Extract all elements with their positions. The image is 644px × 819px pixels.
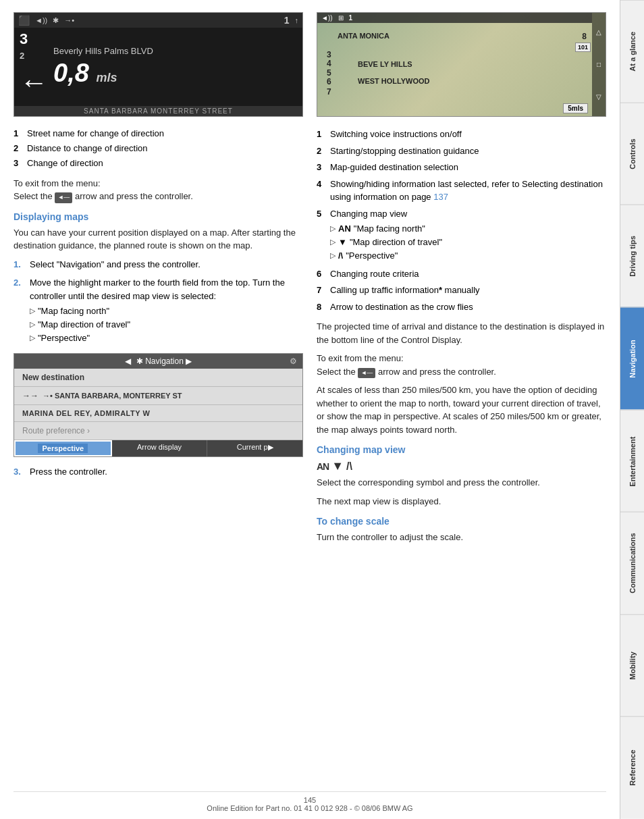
sidebar-tab-entertainment[interactable]: Entertainment [620, 410, 644, 512]
rs-label-hollywood: WEST HOLLYWOOD [358, 77, 430, 85]
page-footer: 145 Online Edition for Part no. 01 41 0 … [14, 791, 606, 812]
left-column: ⬛ ◄)) ✱ →• 1 ↑ 3 2 ← Be [14, 12, 303, 785]
rs-num-8: 8 [582, 32, 587, 41]
right-list-item-1: 1Switching voice instructions on/off [317, 128, 606, 141]
ls-distance: 0,8 mls [53, 59, 297, 88]
sidebar-tab-communications[interactable]: Communications [620, 512, 644, 614]
two-column-layout: ⬛ ◄)) ✱ →• 1 ↑ 3 2 ← Be [14, 12, 606, 785]
nav-menu-item-2[interactable]: MARINA DEL REY, ADMIRALTY W [14, 405, 302, 422]
item-num: 2 [14, 142, 23, 155]
rn: 4 [317, 178, 326, 204]
right-list-item-7: 7Calling up traffic information* manuall… [317, 284, 606, 297]
back-icon-inline: ◄— [55, 192, 72, 203]
sub-list-item: /\ "Perspective" [330, 250, 442, 262]
sub-list-item: "Map direction of travel" [30, 319, 303, 331]
item-num: 3 [14, 157, 23, 169]
changing-body-2: The next map view is displayed. [317, 495, 606, 508]
li-text: Move the highlight marker to the fourth … [30, 278, 285, 301]
page-link[interactable]: 137 [433, 192, 448, 202]
ls-unit: mls [96, 71, 117, 84]
ls-footer: SANTA BARBARA MONTERREY STREET [14, 106, 302, 116]
item-text: Distance to change of direction [27, 142, 148, 155]
rn-text: Changing route criteria [330, 267, 419, 281]
sidebar: At a glance Controls Driving tips Naviga… [620, 0, 644, 819]
right-list-item-5: 5 Changing map view AN "Map facing north… [317, 207, 606, 264]
copyright-text: Online Edition for Part no. 01 41 0 012 … [207, 804, 412, 812]
sub-list: "Map facing north" "Map direction of tra… [30, 305, 303, 345]
ordered-list-item-1: 1. Select "Navigation" and press the con… [14, 258, 303, 271]
right-sub-list: AN "Map facing north" ▼ "Map direction o… [330, 223, 442, 263]
ls-right-col: Beverly Hills Palms BLVD 0,8 mls [53, 30, 297, 103]
exit-text-right: To exit from the menu: Select the ◄— arr… [317, 352, 606, 378]
scale-body: Turn the controller to adjust the scale. [317, 531, 606, 544]
rn: 7 [317, 284, 326, 297]
page-number: 145 [304, 796, 316, 804]
mv-icon-v: ▼ [331, 459, 344, 473]
li-text: Select "Navigation" and press the contro… [30, 258, 303, 271]
li-text: Press the controller. [30, 465, 303, 479]
arrow-bullet: →→ [22, 391, 38, 400]
nav-menu-item-1[interactable]: →→ →• SANTA BARBARA, MONTERREY ST [14, 387, 302, 405]
right-map-screen: ◄)) ⊞ 1 ANTA MONICA 3 4 BEVE LY HILLS 5 … [317, 13, 606, 116]
rs-topbar: ◄)) ⊞ 1 [317, 13, 592, 23]
sidebar-tab-controls[interactable]: Controls [620, 103, 644, 205]
step-3-item: 3. Press the controller. [14, 465, 303, 479]
right-list-item-4: 4Showing/hiding information last selecte… [317, 178, 606, 204]
rn-text: Calling up traffic information* manually [330, 284, 480, 297]
rn-text: Map-guided destination selection [330, 161, 458, 174]
rn-text: Starting/stopping destination guidance [330, 144, 479, 158]
ordered-list: 1. Select "Navigation" and press the con… [14, 258, 303, 346]
ls-left-col: 3 2 ← [20, 30, 48, 103]
rn: 3 [317, 161, 326, 174]
section-displaying-maps: Displaying maps [14, 211, 303, 222]
right-list-item-6: 6Changing route criteria [317, 267, 606, 281]
ls-street-num: 3 [20, 30, 48, 48]
nav-route-preference[interactable]: Route preference › [14, 422, 302, 440]
sub-list-item: AN "Map facing north" [330, 223, 442, 235]
rn-text: Showing/hiding information last selected… [330, 178, 606, 204]
mv-icon-perspective: /\ [346, 460, 352, 473]
perspective-label: Perspective [38, 444, 88, 453]
exit-text-left: To exit from the menu: Select the ◄— arr… [14, 177, 303, 203]
rn: 1 [317, 128, 326, 141]
rs-route-num: 101 [575, 43, 591, 52]
section-changing-map: Changing map view [317, 444, 606, 455]
sidebar-tab-mobility[interactable]: Mobility [620, 614, 644, 717]
ls-street-name: Beverly Hills Palms BLVD [53, 46, 297, 56]
nav-perspective-tab[interactable]: Perspective [14, 440, 112, 456]
rs-side-icon-1: △ [596, 28, 601, 36]
projected-text: The projected time of arrival and distan… [317, 320, 606, 346]
nav-menu-footer: Perspective Arrow display Current p▶ [14, 440, 302, 456]
ls-body: 3 2 ← Beverly Hills Palms BLVD 0,8 mls [14, 28, 302, 106]
nav-arrow-display-tab[interactable]: Arrow display [112, 440, 208, 456]
left-num-list: 1Street name for change of direction 2Di… [14, 128, 303, 170]
map-view-icons-row: AN ▼ /\ [317, 459, 606, 473]
nav-item-text: →• SANTA BARBARA, MONTERREY ST [43, 392, 182, 400]
li-num: 2. [14, 276, 24, 346]
rs-label-monica: ANTA MONICA [338, 32, 390, 40]
left-nav-screen: ⬛ ◄)) ✱ →• 1 ↑ 3 2 ← Be [14, 13, 302, 116]
sub-text: "Map facing north" [38, 305, 109, 317]
nav-current-p-tab[interactable]: Current p▶ [207, 440, 302, 456]
sound-icon: ◄)) [35, 16, 47, 24]
ls-topbar: ⬛ ◄)) ✱ →• 1 ↑ [14, 13, 302, 28]
sub-v: ▼ [338, 236, 347, 248]
rs-num-5: 5 [327, 68, 331, 78]
nav-new-destination[interactable]: New destination [14, 369, 302, 387]
sidebar-tab-navigation[interactable]: Navigation [620, 307, 644, 410]
back-icon-inline-right: ◄— [358, 368, 375, 379]
sidebar-tab-driving-tips[interactable]: Driving tips [620, 205, 644, 307]
arrow-icon: →• [64, 16, 74, 24]
sub-persp: /\ [338, 250, 343, 262]
rs-scale: 5mls [563, 103, 588, 113]
sub-text: "Perspective" [38, 332, 90, 344]
item-text: Change of direction [27, 157, 103, 169]
right-list-item-2: 2Starting/stopping destination guidance [317, 144, 606, 158]
rs-sound-icon: ◄)) [321, 14, 333, 22]
rn-text: Arrow to destination as the crow flies [330, 300, 473, 314]
sidebar-tab-at-a-glance[interactable]: At a glance [620, 0, 644, 103]
settings-icon: ✱ [53, 16, 59, 25]
section-to-change-scale: To change scale [317, 516, 606, 527]
sidebar-tab-reference[interactable]: Reference [620, 716, 644, 819]
rs-label-beverly: BEVE LY HILLS [358, 60, 412, 68]
